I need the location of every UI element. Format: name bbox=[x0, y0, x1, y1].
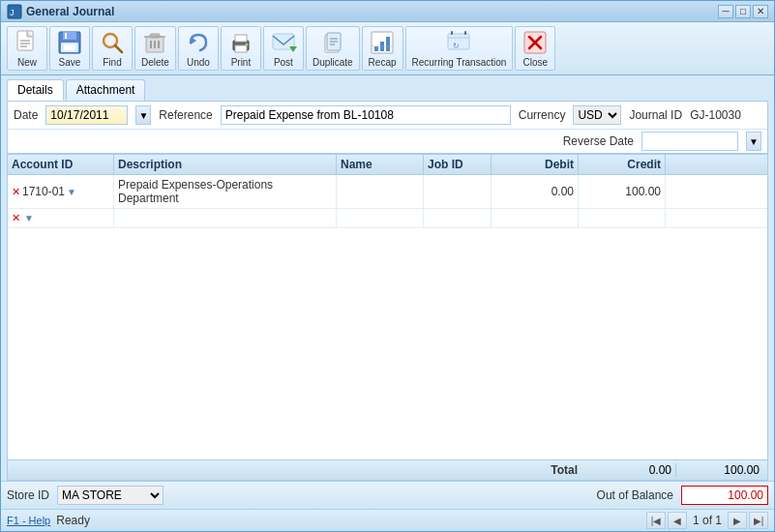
account-dropdown-icon-2[interactable]: ▼ bbox=[24, 213, 34, 223]
date-label: Date bbox=[14, 108, 38, 122]
header-account-id: Account ID bbox=[8, 155, 114, 174]
svg-rect-8 bbox=[65, 33, 67, 39]
cell-credit-1[interactable]: 100.00 bbox=[579, 175, 666, 208]
cell-debit-1[interactable]: 0.00 bbox=[492, 175, 579, 208]
main-window: J General Journal ─ □ ✕ New bbox=[0, 0, 775, 532]
nav-prev-button[interactable]: ◀ bbox=[668, 512, 687, 529]
svg-rect-21 bbox=[235, 35, 247, 42]
status-bar: F1 - Help Ready |◀ ◀ 1 of 1 ▶ ▶| bbox=[1, 509, 774, 531]
svg-point-23 bbox=[245, 44, 248, 46]
account-dropdown-icon-1[interactable]: ▼ bbox=[67, 187, 76, 197]
nav-last-button[interactable]: ▶| bbox=[749, 512, 768, 529]
reverse-date-input[interactable] bbox=[641, 132, 738, 151]
save-icon bbox=[56, 29, 83, 56]
grid-header: Account ID Description Name Job ID Debit… bbox=[8, 155, 767, 175]
currency-select[interactable]: USD bbox=[573, 105, 621, 125]
toolbar: New Save Find bbox=[1, 22, 774, 75]
cell-debit-2[interactable] bbox=[492, 209, 579, 227]
nav-next-button[interactable]: ▶ bbox=[728, 512, 747, 529]
title-bar: J General Journal ─ □ ✕ bbox=[1, 1, 774, 22]
cell-name-2[interactable] bbox=[337, 209, 424, 227]
cell-name-1[interactable] bbox=[337, 175, 424, 208]
header-credit: Credit bbox=[579, 155, 666, 174]
close-button[interactable]: Close bbox=[515, 26, 555, 71]
grid-body: ✕ 1710-01 ▼ Prepaid Expenses-Operations … bbox=[8, 175, 767, 459]
currency-label: Currency bbox=[519, 108, 566, 122]
window-close-button[interactable]: ✕ bbox=[753, 5, 768, 18]
cell-account-id-1[interactable]: ✕ 1710-01 ▼ bbox=[8, 175, 114, 208]
delete-button[interactable]: Delete bbox=[134, 26, 176, 71]
new-icon bbox=[14, 29, 41, 56]
save-label: Save bbox=[59, 57, 81, 68]
date-dropdown-button[interactable]: ▼ bbox=[135, 105, 151, 125]
reverse-date-label: Reverse Date bbox=[563, 134, 634, 148]
recap-label: Recap bbox=[369, 57, 397, 68]
page-current: 1 bbox=[693, 514, 700, 527]
journal-id-label: Journal ID bbox=[629, 108, 682, 122]
tab-attachment[interactable]: Attachment bbox=[66, 79, 146, 101]
account-id-value-1: 1710-01 bbox=[22, 185, 65, 198]
tab-details[interactable]: Details bbox=[7, 79, 64, 101]
post-icon bbox=[270, 29, 297, 56]
recap-button[interactable]: Recap bbox=[362, 26, 403, 71]
svg-text:J: J bbox=[10, 8, 15, 17]
reverse-date-dropdown-button[interactable]: ▼ bbox=[746, 132, 761, 151]
total-label: Total bbox=[12, 463, 585, 477]
duplicate-button[interactable]: Duplicate bbox=[306, 26, 360, 71]
journal-id-value: GJ-10030 bbox=[690, 108, 741, 122]
store-id-select[interactable]: MA STORE bbox=[57, 486, 164, 505]
reference-input[interactable] bbox=[221, 105, 511, 125]
cell-description-1[interactable]: Prepaid Expenses-Operations Department bbox=[114, 175, 337, 208]
recurring-button[interactable]: ↻ Recurring Transaction bbox=[405, 26, 514, 71]
cell-job-id-2[interactable] bbox=[424, 209, 492, 227]
restore-button[interactable]: □ bbox=[735, 5, 751, 18]
new-button[interactable]: New bbox=[7, 26, 47, 71]
row-delete-icon-1[interactable]: ✕ bbox=[12, 186, 20, 198]
save-button[interactable]: Save bbox=[49, 26, 90, 71]
page-info: 1 of 1 bbox=[689, 514, 726, 527]
delete-label: Delete bbox=[141, 57, 169, 68]
row-delete-icon-2[interactable]: ✕ bbox=[12, 212, 20, 224]
svg-rect-10 bbox=[64, 44, 75, 50]
undo-icon bbox=[185, 29, 212, 56]
post-label: Post bbox=[274, 57, 293, 68]
cell-job-id-1[interactable] bbox=[424, 175, 492, 208]
journal-grid: Account ID Description Name Job ID Debit… bbox=[7, 154, 768, 481]
header-debit: Debit bbox=[492, 155, 579, 174]
cell-description-2[interactable] bbox=[114, 209, 337, 227]
cell-credit-2[interactable] bbox=[579, 209, 666, 227]
recurring-label: Recurring Transaction bbox=[412, 57, 507, 68]
undo-button[interactable]: Undo bbox=[178, 26, 219, 71]
help-button[interactable]: F1 - Help bbox=[7, 515, 50, 526]
close-icon bbox=[522, 29, 549, 56]
duplicate-icon bbox=[319, 29, 346, 56]
total-debit-value: 0.00 bbox=[589, 463, 676, 477]
svg-rect-32 bbox=[374, 46, 378, 51]
delete-icon bbox=[141, 29, 168, 56]
reference-label: Reference bbox=[159, 108, 212, 122]
undo-label: Undo bbox=[187, 57, 210, 68]
minimize-button[interactable]: ─ bbox=[718, 5, 733, 18]
find-icon bbox=[99, 29, 126, 56]
svg-rect-22 bbox=[235, 45, 247, 52]
print-button[interactable]: Print bbox=[221, 26, 261, 71]
status-text: Ready bbox=[56, 514, 90, 527]
find-button[interactable]: Find bbox=[92, 26, 133, 71]
navigation-area: |◀ ◀ 1 of 1 ▶ ▶| bbox=[646, 512, 768, 529]
out-of-balance-label: Out of Balance bbox=[597, 488, 673, 502]
table-row: ✕ ▼ bbox=[8, 209, 767, 228]
total-row: Total 0.00 100.00 bbox=[8, 459, 767, 480]
nav-first-button[interactable]: |◀ bbox=[646, 512, 666, 529]
date-input[interactable] bbox=[45, 105, 128, 125]
close-label: Close bbox=[523, 57, 549, 68]
post-button[interactable]: Post bbox=[263, 26, 304, 71]
tabs-area: Details Attachment bbox=[1, 75, 774, 101]
recurring-icon: ↻ bbox=[445, 29, 472, 56]
print-icon bbox=[227, 29, 254, 56]
bottom-bar: Store ID MA STORE Out of Balance 100.00 bbox=[1, 481, 774, 509]
balance-area: Out of Balance 100.00 bbox=[597, 486, 768, 505]
store-id-label: Store ID bbox=[7, 488, 49, 502]
cell-account-id-2[interactable]: ✕ ▼ bbox=[8, 209, 114, 227]
svg-line-12 bbox=[115, 45, 122, 52]
header-description: Description bbox=[114, 155, 337, 174]
